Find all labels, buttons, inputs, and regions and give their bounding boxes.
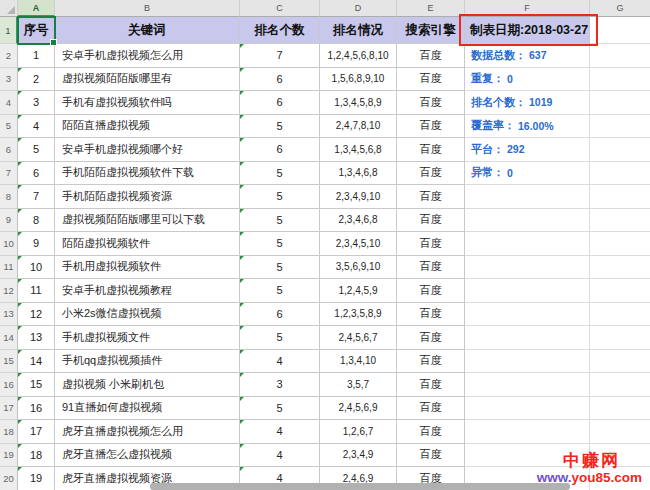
cell-empty[interactable] — [590, 185, 650, 209]
cell-rank-count[interactable]: 5 — [240, 232, 320, 256]
row-header-19[interactable]: 19 — [0, 444, 18, 468]
cell-rank-detail[interactable]: 1,3,4,10 — [320, 350, 397, 374]
cell-engine[interactable]: 百度 — [397, 256, 465, 280]
column-header-g[interactable]: G — [590, 0, 650, 17]
horizontal-scrollbar-thumb[interactable] — [150, 483, 570, 490]
cell-rank-detail[interactable]: 1,3,4,5,6,8 — [320, 138, 397, 162]
cell-serial[interactable]: 19 — [18, 467, 55, 490]
cell-rank-detail[interactable]: 2,4,5,6,9 — [320, 397, 397, 421]
cell-stat[interactable]: 数据总数：637 — [465, 44, 590, 68]
cell-stat[interactable] — [465, 373, 590, 397]
cell-serial[interactable]: 8 — [18, 209, 55, 233]
cell-stat[interactable] — [465, 444, 590, 468]
cell-empty[interactable] — [590, 44, 650, 68]
row-header-2[interactable]: 2 — [0, 44, 18, 68]
cell-empty[interactable] — [590, 91, 650, 115]
cell-rank-count[interactable]: 4 — [240, 420, 320, 444]
cell-serial[interactable]: 4 — [18, 115, 55, 139]
cell-serial[interactable]: 14 — [18, 350, 55, 374]
cell-rank-count[interactable]: 4 — [240, 444, 320, 468]
cell-stat[interactable]: 排名个数：1019 — [465, 91, 590, 115]
cell-stat[interactable]: 覆盖率：16.00% — [465, 115, 590, 139]
cell-empty[interactable] — [590, 279, 650, 303]
cell-serial[interactable]: 17 — [18, 420, 55, 444]
cell-keyword[interactable]: 手机陌陌虚拟视频资源 — [55, 185, 240, 209]
row-header-15[interactable]: 15 — [0, 350, 18, 374]
cell-engine[interactable]: 百度 — [397, 185, 465, 209]
cell-engine[interactable]: 百度 — [397, 444, 465, 468]
cell-stat[interactable] — [465, 209, 590, 233]
cell-engine[interactable]: 百度 — [397, 373, 465, 397]
select-all-corner[interactable] — [0, 0, 18, 17]
row-header-14[interactable]: 14 — [0, 326, 18, 350]
cell-serial[interactable]: 16 — [18, 397, 55, 421]
cell-stat[interactable] — [465, 420, 590, 444]
cell-rank-detail[interactable]: 1,2,4,5,9 — [320, 279, 397, 303]
cell-engine[interactable]: 百度 — [397, 68, 465, 92]
cell-rank-detail[interactable]: 1,5,6,8,9,10 — [320, 68, 397, 92]
cell-serial[interactable]: 9 — [18, 232, 55, 256]
cell-empty[interactable] — [590, 444, 650, 468]
cell-serial[interactable]: 1 — [18, 44, 55, 68]
column-header-c[interactable]: C — [240, 0, 320, 17]
cell-rank-count[interactable]: 6 — [240, 91, 320, 115]
cell-engine[interactable]: 百度 — [397, 326, 465, 350]
cell-stat[interactable] — [465, 279, 590, 303]
column-header-e[interactable]: E — [397, 0, 465, 17]
cell-rank-count[interactable]: 7 — [240, 44, 320, 68]
header-cell-keyword[interactable]: 关键词 — [55, 17, 240, 44]
cell-empty[interactable] — [590, 467, 650, 490]
cell-keyword[interactable]: 虎牙直播怎么虚拟视频 — [55, 444, 240, 468]
cell-keyword[interactable]: 安卓手机虚拟视频教程 — [55, 279, 240, 303]
cell-keyword[interactable]: 手机虚拟视频文件 — [55, 326, 240, 350]
cell-engine[interactable]: 百度 — [397, 350, 465, 374]
row-header-18[interactable]: 18 — [0, 420, 18, 444]
cell-serial[interactable]: 7 — [18, 185, 55, 209]
cell-rank-detail[interactable]: 2,4,5,6,7 — [320, 326, 397, 350]
cell-empty[interactable] — [590, 138, 650, 162]
row-header-10[interactable]: 10 — [0, 232, 18, 256]
cell-stat[interactable]: 重复：0 — [465, 68, 590, 92]
cell-keyword[interactable]: 91直播如何虚拟视频 — [55, 397, 240, 421]
cell-rank-detail[interactable]: 2,3,4,9,10 — [320, 185, 397, 209]
cell-empty[interactable] — [590, 350, 650, 374]
cell-keyword[interactable]: 手机有虚拟视频软件吗 — [55, 91, 240, 115]
row-header-7[interactable]: 7 — [0, 162, 18, 186]
cell-empty[interactable] — [590, 115, 650, 139]
cell-rank-detail[interactable]: 1,3,4,6,8 — [320, 162, 397, 186]
cell-engine[interactable]: 百度 — [397, 44, 465, 68]
cell-stat[interactable] — [465, 256, 590, 280]
cell-serial[interactable]: 11 — [18, 279, 55, 303]
cell-serial[interactable]: 12 — [18, 303, 55, 327]
cell-keyword[interactable]: 安卓手机虚拟视频哪个好 — [55, 138, 240, 162]
cell-empty[interactable] — [590, 232, 650, 256]
column-header-d[interactable]: D — [320, 0, 397, 17]
cell-rank-detail[interactable]: 2,3,4,5,10 — [320, 232, 397, 256]
row-header-16[interactable]: 16 — [0, 373, 18, 397]
header-cell-rank-count[interactable]: 排名个数 — [240, 17, 320, 44]
row-header-1[interactable]: 1 — [0, 17, 18, 44]
row-header-6[interactable]: 6 — [0, 138, 18, 162]
cell-engine[interactable]: 百度 — [397, 279, 465, 303]
cell-engine[interactable]: 百度 — [397, 303, 465, 327]
cell-rank-count[interactable]: 6 — [240, 68, 320, 92]
cell-rank-count[interactable]: 5 — [240, 279, 320, 303]
cell-serial[interactable]: 6 — [18, 162, 55, 186]
row-header-3[interactable]: 3 — [0, 68, 18, 92]
cell-empty[interactable] — [590, 256, 650, 280]
cell-g1[interactable] — [590, 17, 650, 44]
cell-rank-detail[interactable]: 2,3,4,6,8 — [320, 209, 397, 233]
cell-rank-detail[interactable]: 1,3,4,5,8,9 — [320, 91, 397, 115]
cell-empty[interactable] — [590, 162, 650, 186]
cell-empty[interactable] — [590, 397, 650, 421]
cell-keyword[interactable]: 虎牙直播虚拟视频怎么用 — [55, 420, 240, 444]
cell-rank-count[interactable]: 6 — [240, 303, 320, 327]
cell-stat[interactable] — [465, 350, 590, 374]
row-header-9[interactable]: 9 — [0, 209, 18, 233]
cell-stat[interactable]: 平台：292 — [465, 138, 590, 162]
cell-engine[interactable]: 百度 — [397, 420, 465, 444]
cell-keyword[interactable]: 陌陌虚拟视频软件 — [55, 232, 240, 256]
cell-rank-count[interactable]: 3 — [240, 373, 320, 397]
cell-engine[interactable]: 百度 — [397, 232, 465, 256]
cell-keyword[interactable]: 手机qq虚拟视频插件 — [55, 350, 240, 374]
